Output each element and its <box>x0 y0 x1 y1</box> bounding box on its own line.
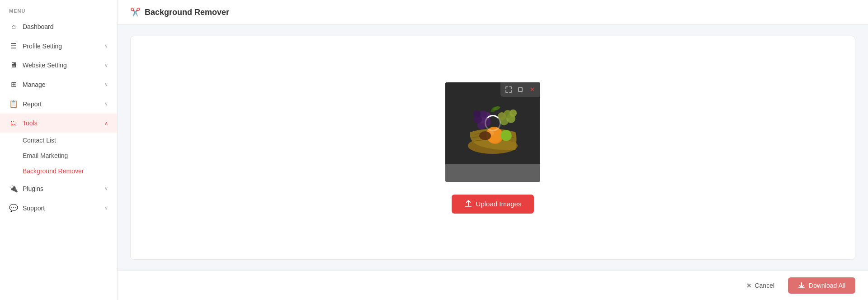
expand-button[interactable] <box>503 84 514 95</box>
chevron-down-icon: ∨ <box>104 205 108 211</box>
sidebar-item-label: Tools <box>23 119 38 127</box>
chevron-down-icon: ∨ <box>104 81 108 87</box>
content-area: ✕ <box>118 25 868 271</box>
cancel-button[interactable]: ✕ Cancel <box>740 278 781 293</box>
svg-point-19 <box>500 130 511 141</box>
sidebar-item-label: Manage <box>23 81 46 88</box>
download-all-label: Download All <box>809 282 845 289</box>
svg-rect-0 <box>519 88 522 91</box>
sidebar-item-label: Support <box>23 205 45 212</box>
image-toolbar: ✕ <box>500 82 540 97</box>
upload-images-button[interactable]: Upload Images <box>452 195 534 214</box>
main-content: ✂️ Background Remover <box>118 0 868 300</box>
report-icon: 📋 <box>9 100 18 108</box>
sidebar-subitem-background-remover[interactable]: Background Remover <box>23 163 117 179</box>
svg-point-8 <box>480 110 487 118</box>
manage-icon: ⊞ <box>9 80 18 89</box>
svg-point-13 <box>498 112 506 120</box>
background-remover-card: ✕ <box>130 36 855 260</box>
sidebar-item-label: Plugins <box>23 185 43 192</box>
chevron-down-icon: ∨ <box>104 43 108 49</box>
sidebar-item-label: Website Setting <box>23 62 67 69</box>
page-title: Background Remover <box>145 8 229 17</box>
support-icon: 💬 <box>9 204 18 212</box>
subitem-label: Background Remover <box>23 167 84 175</box>
image-preview-container: ✕ <box>445 82 540 182</box>
sidebar-item-dashboard[interactable]: ⌂ Dashboard <box>0 17 117 36</box>
chevron-down-icon: ∨ <box>104 101 108 107</box>
chevron-down-icon: ∨ <box>104 186 108 191</box>
tools-submenu: Contact List Email Marketing Background … <box>0 133 117 179</box>
subitem-label: Email Marketing <box>23 152 68 159</box>
page-header-icon: ✂️ <box>130 7 140 17</box>
bottom-action-bar: ✕ Cancel Download All <box>118 271 868 300</box>
upload-icon <box>464 200 472 208</box>
close-icon: ✕ <box>530 86 535 93</box>
website-setting-icon: 🖥 <box>9 61 18 69</box>
sidebar-item-tools[interactable]: 🗂 Tools ∧ <box>0 114 117 133</box>
sidebar-item-report[interactable]: 📋 Report ∨ <box>0 94 117 114</box>
sidebar-item-website-setting[interactable]: 🖥 Website Setting ∨ <box>0 56 117 75</box>
sidebar-item-profile-setting[interactable]: ☰ Profile Setting ∨ <box>0 36 117 56</box>
sidebar-subitem-email-marketing[interactable]: Email Marketing <box>23 148 117 163</box>
sidebar-item-plugins[interactable]: 🔌 Plugins ∨ <box>0 179 117 198</box>
svg-point-20 <box>479 131 491 140</box>
image-preview-overlay <box>445 164 540 182</box>
sidebar-item-manage[interactable]: ⊞ Manage ∨ <box>0 75 117 94</box>
sidebar-menu-label: MENU <box>0 0 117 17</box>
plugins-icon: 🔌 <box>9 184 18 193</box>
close-button[interactable]: ✕ <box>527 84 538 95</box>
page-header: ✂️ Background Remover <box>118 0 868 25</box>
sidebar-item-label: Dashboard <box>23 23 54 30</box>
chevron-up-icon: ∧ <box>104 120 108 126</box>
sidebar-item-support[interactable]: 💬 Support ∨ <box>0 198 117 218</box>
cancel-label: Cancel <box>755 282 774 289</box>
download-all-button[interactable]: Download All <box>788 277 855 294</box>
download-icon <box>798 282 805 289</box>
profile-setting-icon: ☰ <box>9 42 18 50</box>
svg-point-9 <box>473 110 481 118</box>
cancel-icon: ✕ <box>746 282 752 289</box>
svg-point-14 <box>509 110 517 117</box>
chevron-down-icon: ∨ <box>104 62 108 68</box>
image-preview-box: ✕ <box>445 82 540 182</box>
subitem-label: Contact List <box>23 137 56 144</box>
tools-icon: 🗂 <box>9 119 18 127</box>
upload-button-label: Upload Images <box>476 200 522 208</box>
sidebar-subitem-contact-list[interactable]: Contact List <box>23 133 117 148</box>
crop-button[interactable] <box>515 84 526 95</box>
dashboard-icon: ⌂ <box>9 23 18 31</box>
sidebar: MENU ⌂ Dashboard ☰ Profile Setting ∨ 🖥 W… <box>0 0 118 300</box>
sidebar-item-label: Profile Setting <box>23 43 62 50</box>
sidebar-item-label: Report <box>23 100 42 108</box>
